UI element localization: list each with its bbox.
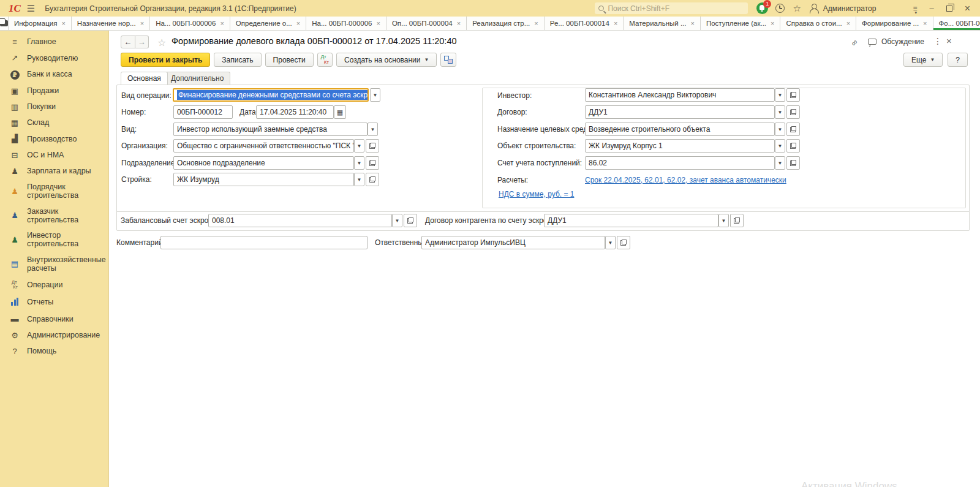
construction-object-field[interactable]: ЖК Изумруд Корпус 1 <box>585 139 775 153</box>
window-tab-active[interactable]: Фо... 00БП-000012× <box>933 17 980 30</box>
construction-object-open-button[interactable] <box>786 139 800 153</box>
window-tab[interactable]: Формирование ...× <box>856 17 933 30</box>
window-tab[interactable]: Справка о стои...× <box>780 17 856 30</box>
write-button[interactable]: Записать <box>214 53 261 67</box>
user-name[interactable]: Администратор <box>823 4 876 13</box>
number-field[interactable]: 00БП-000012 <box>173 105 233 119</box>
sidebar-item-fixed-assets[interactable]: ⊟ОС и НМА <box>0 148 108 164</box>
organization-open-button[interactable] <box>366 139 379 153</box>
operation-kind-dropdown[interactable]: ▼ <box>370 88 380 102</box>
construction-object-dropdown[interactable]: ▼ <box>775 139 785 153</box>
more-actions-button[interactable]: Еще▼ <box>903 53 943 67</box>
user-icon[interactable] <box>809 4 819 13</box>
notifications-bell-icon[interactable]: 1 <box>756 2 768 14</box>
history-icon[interactable] <box>775 4 785 13</box>
restore-button[interactable] <box>946 6 952 12</box>
site-open-button[interactable] <box>366 173 379 186</box>
help-button[interactable]: ? <box>948 53 968 67</box>
receipt-account-open-button[interactable] <box>786 156 800 170</box>
create-based-on-button[interactable]: Создать на основании▼ <box>336 53 437 67</box>
close-tab-icon[interactable]: × <box>614 20 617 27</box>
responsible-open-button[interactable] <box>617 236 630 249</box>
date-calendar-button[interactable]: ▦ <box>334 105 346 119</box>
settlements-link[interactable]: Срок 22.04.2025, 62.01, 62.02, зачет ава… <box>585 176 786 184</box>
sidebar-item-customer[interactable]: ♟Заказчик строительства <box>0 204 108 228</box>
site-dropdown[interactable]: ▼ <box>354 173 364 186</box>
window-tab[interactable]: Информация× <box>9 17 72 30</box>
purpose-open-button[interactable] <box>786 123 800 136</box>
window-tab[interactable]: Поступление (ак...× <box>701 17 781 30</box>
sidebar-item-internal-settlements[interactable]: ▤Внутрихозяйственные расчеты <box>0 252 108 277</box>
window-tab[interactable]: Определение о...× <box>230 17 306 30</box>
escrow-contract-field[interactable]: ДДУ1 <box>544 214 718 227</box>
comment-field[interactable] <box>160 236 368 249</box>
main-menu-icon[interactable]: ☰ <box>27 3 35 14</box>
related-documents-button[interactable] <box>440 53 456 67</box>
close-tab-icon[interactable]: × <box>140 20 144 27</box>
sidebar-item-manager[interactable]: ↗Руководителю <box>0 50 108 66</box>
sidebar-item-main[interactable]: ≡Главное <box>0 34 108 50</box>
escrow-contract-open-button[interactable] <box>730 214 744 227</box>
sidebar-item-bank-cash[interactable]: ₽Банк и касса <box>0 67 108 83</box>
kind-field[interactable]: Инвестор использующий заемные средства <box>173 123 368 136</box>
window-tab[interactable]: Оп... 00БП-000004× <box>386 17 467 30</box>
sidebar-item-contractor[interactable]: ♟Подрядчик строительства <box>0 179 108 204</box>
kind-dropdown[interactable]: ▼ <box>368 123 378 136</box>
get-link-icon[interactable]: ∞ <box>849 37 859 48</box>
window-tab[interactable]: Назначение нор...× <box>72 17 150 30</box>
window-tab[interactable]: Реализация стр...× <box>467 17 545 30</box>
investor-field[interactable]: Константинов Александр Викторович <box>585 88 775 102</box>
close-tab-icon[interactable]: × <box>61 20 65 27</box>
discussion-label[interactable]: Обсуждение <box>881 37 924 46</box>
discussions-panel-button[interactable] <box>0 17 9 30</box>
operation-kind-field[interactable]: Финансирование денежными средствами со с… <box>173 88 369 102</box>
close-tab-icon[interactable]: × <box>771 20 774 27</box>
organization-field[interactable]: Общество с ограниченной ответственностью… <box>173 139 354 153</box>
more-menu-icon[interactable]: ⋮ <box>933 36 942 46</box>
forward-button[interactable]: → <box>135 36 149 48</box>
post-and-close-button[interactable]: Провести и закрыть <box>121 53 210 67</box>
window-tab[interactable]: Материальный ...× <box>624 17 701 30</box>
investor-dropdown[interactable]: ▼ <box>775 88 785 102</box>
window-tab[interactable]: На... 00БП-000006× <box>150 17 230 30</box>
offbalance-account-field[interactable]: 008.01 <box>208 214 392 227</box>
back-button[interactable]: ← <box>121 36 135 48</box>
minimize-button[interactable]: – <box>929 4 933 12</box>
sidebar-item-help[interactable]: ?Помощь <box>0 344 108 360</box>
sidebar-item-investor[interactable]: ♟Инвестор строительства <box>0 228 108 252</box>
close-tab-icon[interactable]: × <box>690 20 694 27</box>
receipt-account-field[interactable]: 86.02 <box>585 156 775 170</box>
receipt-account-dropdown[interactable]: ▼ <box>775 156 785 170</box>
post-button[interactable]: Провести <box>265 53 314 67</box>
window-tab[interactable]: Ре... 00БП-000014× <box>545 17 624 30</box>
department-open-button[interactable] <box>366 156 379 170</box>
tab-additional[interactable]: Дополнительно <box>164 72 230 85</box>
purpose-dropdown[interactable]: ▼ <box>775 123 785 136</box>
site-field[interactable]: ЖК Изумруд <box>173 173 354 186</box>
close-window-button[interactable]: × <box>965 4 970 13</box>
responsible-field[interactable]: Администратор ИмпульсИВЦ <box>421 236 605 249</box>
date-field[interactable]: 17.04.2025 11:20:40 <box>256 105 334 119</box>
contract-dropdown[interactable]: ▼ <box>775 105 785 119</box>
organization-dropdown[interactable]: ▼ <box>354 139 364 153</box>
sidebar-item-operations[interactable]: Дт КтОперации <box>0 276 108 294</box>
close-tab-icon[interactable]: × <box>534 20 538 27</box>
vat-link[interactable]: НДС в сумме, руб. = 1 <box>499 190 574 198</box>
close-tab-icon[interactable]: × <box>220 20 224 27</box>
collapse-panels-icon[interactable]: ≡▾ <box>913 5 917 12</box>
discussion-icon[interactable] <box>868 39 876 45</box>
department-field[interactable]: Основное подразделение <box>173 156 354 170</box>
sidebar-item-sales[interactable]: ▣Продажи <box>0 83 108 99</box>
sidebar-item-administration[interactable]: ⚙Администрирование <box>0 328 108 344</box>
responsible-dropdown[interactable]: ▼ <box>605 236 616 249</box>
sidebar-item-catalogs[interactable]: ▬Справочники <box>0 311 108 327</box>
purpose-field[interactable]: Возведение строительного объекта <box>585 123 775 136</box>
sidebar-item-purchases[interactable]: ▥Покупки <box>0 99 108 115</box>
sidebar-item-reports[interactable]: Отчеты <box>0 294 108 311</box>
offbalance-account-dropdown[interactable]: ▼ <box>392 214 402 227</box>
close-tab-icon[interactable]: × <box>376 20 380 27</box>
window-tab[interactable]: На... 00БП-000006× <box>306 17 386 30</box>
contract-field[interactable]: ДДУ1 <box>585 105 775 119</box>
investor-open-button[interactable] <box>786 88 800 102</box>
close-tab-icon[interactable]: × <box>296 20 300 27</box>
